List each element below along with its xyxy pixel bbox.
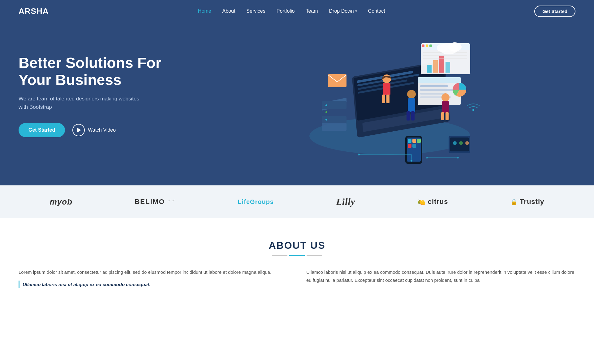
client-logo-citrus: 🍋 citrus (418, 198, 448, 206)
svg-rect-43 (407, 111, 410, 121)
svg-rect-40 (386, 95, 390, 103)
about-title: ABOUT US (19, 240, 575, 251)
section-divider (19, 255, 575, 256)
divider-accent (289, 255, 305, 256)
svg-point-59 (459, 141, 463, 145)
hero-illustration (204, 25, 575, 167)
divider-right (307, 255, 322, 256)
nav-item-services[interactable]: Services (246, 8, 265, 14)
svg-rect-9 (322, 101, 346, 109)
svg-rect-11 (322, 123, 346, 131)
svg-rect-22 (439, 56, 444, 73)
svg-rect-46 (442, 101, 449, 113)
svg-rect-47 (441, 112, 444, 120)
svg-point-12 (325, 104, 327, 106)
svg-point-45 (441, 93, 450, 101)
svg-point-14 (325, 119, 327, 121)
brand-logo[interactable]: ARSHA (19, 6, 49, 16)
svg-rect-52 (412, 139, 416, 143)
about-columns: Lorem ipsum dolor sit amet, consectetur … (19, 268, 575, 293)
svg-rect-31 (420, 93, 445, 95)
about-p1: Lorem ipsum dolor sit amet, consectetur … (19, 268, 288, 276)
about-col-left: Lorem ipsum dolor sit amet, consectetur … (19, 268, 288, 293)
about-quote: Ullamco laboris nisi ut aliquip ex ea co… (19, 281, 288, 289)
hero-title: Better Solutions For Your Business (19, 54, 204, 88)
navbar: ARSHA Home About Services Portfolio Team… (0, 0, 594, 22)
play-triangle-icon (77, 128, 81, 133)
svg-rect-44 (411, 111, 415, 121)
svg-rect-21 (433, 60, 438, 73)
hero-cta-button[interactable]: Get Started (19, 123, 65, 137)
svg-rect-48 (446, 112, 449, 120)
svg-rect-42 (408, 98, 415, 112)
svg-point-41 (407, 90, 416, 99)
svg-point-36 (437, 44, 448, 52)
svg-point-64 (411, 160, 412, 162)
hero-content: Better Solutions For Your Business We ar… (19, 54, 204, 138)
svg-rect-54 (408, 144, 411, 148)
hero-subtitle: We are team of talented designers making… (19, 95, 204, 111)
hero-actions: Get Started Watch Video (19, 123, 204, 137)
client-logo-myob: myob (50, 197, 72, 207)
svg-point-66 (426, 157, 428, 159)
watch-video-label: Watch Video (88, 127, 116, 133)
clients-bar: myob BELIMO ⟋⟋ LifeGroups Lilly 🍋 citrus… (0, 185, 594, 218)
svg-point-13 (325, 111, 327, 113)
svg-rect-29 (420, 85, 448, 87)
nav-item-team[interactable]: Team (306, 8, 318, 14)
svg-rect-55 (412, 144, 416, 148)
svg-rect-53 (417, 139, 421, 143)
nav-menu: Home About Services Portfolio Team Drop … (198, 8, 385, 14)
svg-point-58 (453, 141, 457, 145)
nav-item-portfolio[interactable]: Portfolio (277, 8, 295, 14)
svg-point-63 (358, 154, 360, 155)
nav-item-dropdown[interactable]: Drop Down (329, 8, 357, 14)
svg-rect-38 (383, 83, 390, 95)
svg-rect-19 (429, 44, 432, 47)
about-p2: Ullamco laboris nisi ut aliquip ex ea co… (306, 268, 575, 284)
watch-video-button[interactable]: Watch Video (72, 124, 116, 136)
hero-section: Better Solutions For Your Business We ar… (0, 0, 594, 185)
svg-rect-39 (382, 95, 385, 103)
client-logo-lifegroups: LifeGroups (238, 198, 274, 205)
svg-rect-69 (328, 74, 346, 87)
svg-rect-51 (408, 139, 411, 143)
about-col-right: Ullamco laboris nisi ut aliquip ex ea co… (306, 268, 575, 293)
svg-rect-57 (450, 138, 469, 151)
svg-point-68 (472, 109, 474, 111)
nav-item-about[interactable]: About (222, 8, 235, 14)
svg-point-35 (448, 42, 462, 52)
client-logo-lilly: Lilly (336, 197, 355, 207)
svg-rect-10 (322, 116, 346, 124)
svg-rect-20 (427, 65, 432, 73)
nav-item-contact[interactable]: Contact (368, 8, 385, 14)
divider-left (272, 255, 287, 256)
svg-point-67 (457, 157, 459, 159)
svg-rect-17 (422, 44, 424, 47)
hero-svg (297, 25, 483, 167)
client-logo-belimo: BELIMO ⟋⟋ (135, 198, 175, 206)
svg-point-60 (465, 141, 469, 145)
svg-rect-30 (420, 89, 454, 91)
nav-cta-button[interactable]: Get Started (534, 6, 575, 17)
nav-item-home[interactable]: Home (198, 8, 211, 14)
about-section: ABOUT US Lorem ipsum dolor sit amet, con… (0, 218, 594, 311)
play-icon (72, 124, 85, 136)
svg-rect-28 (418, 77, 461, 83)
svg-rect-18 (426, 44, 428, 47)
client-logo-trustly: 🔒 Trustly (510, 198, 544, 206)
svg-rect-23 (446, 62, 450, 73)
